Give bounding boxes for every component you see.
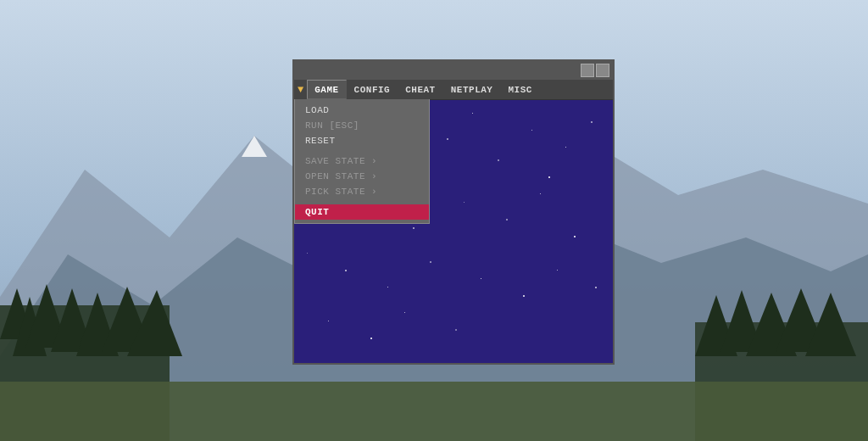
star: [557, 270, 558, 271]
menubar: ▼ GAME CONFIG CHEAT NETPLAY MISC LOAD RU…: [294, 80, 613, 100]
dropdown-pick-state[interactable]: PICK STATE ›: [295, 184, 429, 199]
menu-cheat[interactable]: CHEAT: [398, 80, 443, 99]
close-button[interactable]: [596, 64, 609, 77]
star: [370, 338, 372, 339]
menu-netplay[interactable]: NETPLAY: [443, 80, 501, 99]
star: [595, 287, 597, 288]
dropdown-save-state[interactable]: SAVE STATE ›: [295, 154, 429, 169]
star: [307, 253, 308, 254]
star: [404, 312, 405, 313]
star: [464, 202, 465, 203]
star: [531, 130, 532, 131]
dropdown-load[interactable]: LOAD: [295, 103, 429, 118]
star: [565, 147, 566, 148]
star: [548, 176, 550, 178]
menu-game[interactable]: GAME: [307, 80, 346, 99]
menu-config[interactable]: CONFIG: [347, 80, 398, 99]
dropdown-run[interactable]: RUN [ESC]: [295, 118, 429, 133]
game-dropdown: LOAD RUN [ESC] RESET SAVE STATE › OPEN S…: [294, 99, 430, 224]
star: [447, 138, 448, 140]
star: [387, 287, 388, 287]
star: [574, 236, 576, 237]
star: [523, 295, 525, 297]
star: [481, 278, 481, 279]
star: [345, 270, 347, 271]
menu-arrow-icon: ▼: [294, 80, 307, 99]
star: [506, 219, 508, 220]
star: [455, 329, 457, 331]
titlebar: [294, 61, 613, 80]
dropdown-reset[interactable]: RESET: [295, 133, 429, 148]
zsnes-window: ▼ GAME CONFIG CHEAT NETPLAY MISC LOAD RU…: [292, 59, 615, 365]
star: [540, 193, 541, 194]
dropdown-quit[interactable]: QUIT: [295, 204, 429, 220]
titlebar-controls: [581, 64, 609, 77]
svg-rect-20: [0, 382, 868, 441]
star: [328, 321, 329, 321]
menu-misc[interactable]: MISC: [500, 80, 539, 99]
dropdown-open-state[interactable]: OPEN STATE ›: [295, 169, 429, 184]
star: [472, 113, 473, 114]
minimize-button[interactable]: [581, 64, 594, 77]
star: [413, 227, 415, 229]
star: [591, 121, 593, 123]
star: [430, 261, 431, 263]
star: [498, 159, 499, 161]
